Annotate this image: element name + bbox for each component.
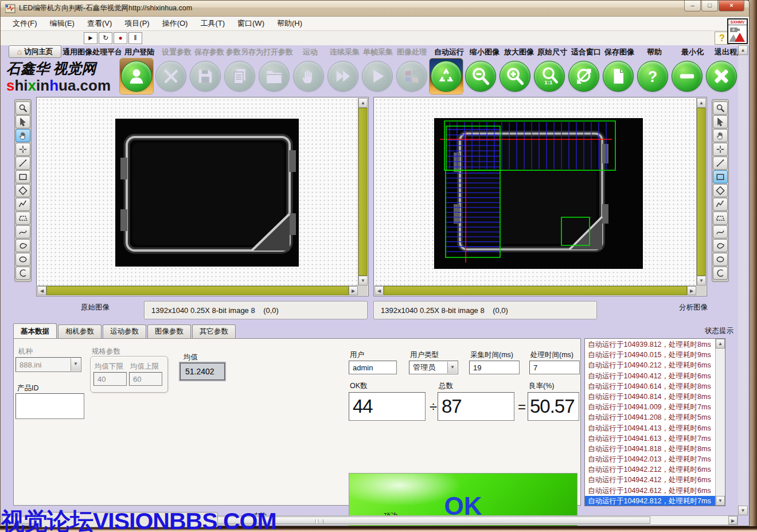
toolbar-label[interactable]: 适合窗口 [571,47,601,57]
tab-图像参数[interactable]: 图像参数 [147,324,191,338]
user-type-select[interactable]: 管理员 ▼ [409,361,458,374]
log-entry[interactable]: 自动运行于104940.015，处理耗时9ms [585,350,715,360]
scroll-down-icon[interactable]: ▼ [738,506,748,515]
mean-lower-input[interactable]: 40 [93,372,127,386]
log-entry[interactable]: 自动运行于104941.818，处理耗时8ms [585,444,715,454]
menu-item-P[interactable]: 项目(P) [118,17,155,30]
menu-item-V[interactable]: 查看(V) [81,17,118,30]
oval-tool-button[interactable] [15,253,30,266]
oval-tool-button[interactable] [713,253,728,266]
image-horizontal-scrollbar[interactable]: ◀ ▶ [37,285,358,295]
freehand-tool-button[interactable] [713,239,728,252]
mean-upper-input[interactable]: 60 [129,372,162,386]
cursor-tool-button[interactable] [15,115,30,128]
magnifier-tool-button[interactable] [713,101,728,115]
scroll-left-icon[interactable]: ◀ [37,286,46,295]
toolbar-label[interactable]: 自动运行 [434,47,464,57]
polygon-tool-button[interactable] [713,212,728,225]
run-icon[interactable]: ► [84,32,97,44]
log-entry[interactable]: 自动运行于104942.812，处理耗时7ms [585,496,715,506]
zoom-out-icon[interactable] [463,58,498,95]
menu-item-O[interactable]: 操作(O) [156,17,194,30]
diamond-tool-button[interactable] [713,184,728,197]
log-entry[interactable]: 自动运行于104939.812，处理耗时8ms [585,339,715,350]
image-vertical-scrollbar[interactable]: ▲ ▼ [358,98,368,285]
point-tool-button[interactable] [15,143,30,156]
curve-tool-button[interactable] [713,225,728,238]
tab-基本数据[interactable]: 基本数据 [13,323,57,338]
menu-item-W[interactable]: 窗口(W) [231,17,271,30]
rectangle-tool-button[interactable] [713,170,728,183]
stop-icon[interactable]: ● [114,32,127,44]
log-scrollbar[interactable]: ▲ ▼ [715,339,725,506]
toolbar-label[interactable]: 最小化 [681,47,704,57]
menu-item-E[interactable]: 编辑(E) [44,17,81,30]
scroll-down-icon[interactable]: ▼ [697,276,706,285]
toolbar-label[interactable]: 通用图像处理平台 [63,47,122,57]
save-image-icon[interactable] [601,58,635,95]
log-entry[interactable]: 自动运行于104941.613，处理耗时7ms [585,433,715,444]
polygon-tool-button[interactable] [15,212,30,225]
scroll-up-icon[interactable]: ▲ [716,339,725,349]
chevron-down-icon[interactable]: ▼ [71,358,80,371]
scroll-up-icon[interactable]: ▲ [358,98,368,108]
image-vertical-scrollbar[interactable]: ▲ ▼ [696,98,706,285]
user-login-icon[interactable] [119,58,154,95]
help-icon[interactable]: ? [635,58,670,95]
tab-相机参数[interactable]: 相机参数 [58,324,102,338]
scroll-up-icon[interactable]: ▲ [738,45,748,55]
status-log-listbox[interactable]: 自动运行于104939.812，处理耗时8ms自动运行于104940.015，处… [584,338,725,506]
menu-item-F[interactable]: 文件(F) [6,17,44,30]
menu-item-T[interactable]: 工具(T) [194,17,231,30]
line-tool-button[interactable] [15,157,30,170]
window-restore-button[interactable]: □ [701,1,718,11]
scroll-left-icon[interactable]: ◀ [374,286,384,295]
analysis-image-display[interactable] [374,98,696,285]
pause-icon[interactable]: ‖ [128,32,142,44]
machine-select[interactable]: 888.ini ▼ [15,357,81,372]
window-close-button[interactable]: × [719,1,744,11]
exit-icon[interactable] [704,58,739,95]
freehand-tool-button[interactable] [15,239,30,252]
minimize-icon[interactable] [670,58,704,95]
run-continuous-icon[interactable]: ↻ [99,32,112,44]
log-entry[interactable]: 自动运行于104940.814，处理耗时8ms [585,392,715,402]
toolbar-label[interactable]: 原始尺寸 [537,47,567,57]
scrollbar-thumb[interactable] [358,108,368,276]
log-entry[interactable]: 自动运行于104941.413，处理耗时6ms [585,423,715,433]
toolbar-label[interactable]: 用户登陆 [124,47,154,57]
log-entry[interactable]: 自动运行于104942.412，处理耗时6ms [585,475,715,485]
rectangle-tool-button[interactable] [15,170,30,183]
scrollbar-thumb[interactable] [697,108,706,276]
pan-tool-button[interactable] [15,129,30,142]
window-minimize-button[interactable]: – [684,1,701,11]
tab-运动参数[interactable]: 运动参数 [103,324,146,338]
image-horizontal-scrollbar[interactable]: ◀ ▶ [374,285,696,295]
log-entry[interactable]: 自动运行于104940.412，处理耗时6ms [585,371,715,381]
toolbar-label[interactable]: 放大图像 [504,47,534,57]
pan-tool-button[interactable] [713,129,728,142]
scroll-right-icon[interactable]: ▶ [687,286,696,295]
scroll-down-icon[interactable]: ▼ [716,496,725,506]
log-entry[interactable]: 自动运行于104941.208，处理耗时5ms [585,412,715,423]
log-entry[interactable]: 自动运行于104940.614，处理耗时8ms [585,381,715,392]
toolbar-label[interactable]: 帮助 [647,47,662,57]
chevron-down-icon[interactable]: ▼ [447,362,457,373]
scroll-down-icon[interactable]: ▼ [358,276,368,285]
scrollbar-thumb[interactable] [46,286,349,295]
tab-其它参数[interactable]: 其它参数 [192,324,236,338]
point-tool-button[interactable] [713,143,728,156]
zoom-fit-icon[interactable] [567,58,601,95]
cursor-tool-button[interactable] [713,115,728,128]
curve-tool-button[interactable] [15,225,30,238]
line-tool-button[interactable] [713,157,728,170]
polyline-tool-button[interactable] [15,198,30,211]
scroll-right-icon[interactable]: ▶ [728,516,738,525]
auto-run-icon[interactable] [429,58,463,95]
polyline-tool-button[interactable] [713,198,728,211]
diamond-tool-button[interactable] [15,184,30,197]
magnifier-tool-button[interactable] [15,101,30,115]
log-entry[interactable]: 自动运行于104942.612，处理耗时6ms [585,486,715,496]
zoom-in-icon[interactable] [498,58,532,95]
menu-item-H[interactable]: 帮助(H) [271,17,309,30]
